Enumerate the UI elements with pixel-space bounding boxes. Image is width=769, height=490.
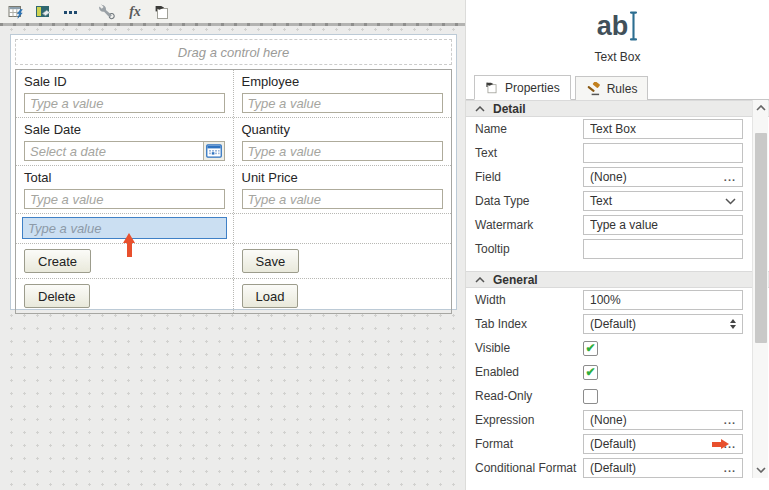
designer-toolbar: fx [0,0,465,23]
textbox-icon-text: ab [597,13,629,40]
cell-sale-date[interactable]: Sale Date [16,118,234,165]
width-label: Width [475,293,583,307]
enabled-checkbox[interactable] [583,365,598,380]
unit-price-input[interactable] [242,189,444,209]
tooltip-input[interactable] [583,239,743,259]
properties-panel: ab Text Box Properties Rules De [465,0,769,490]
field-value: (None) [590,170,627,184]
create-button[interactable]: Create [24,249,91,273]
data-type-label: Data Type [475,194,583,208]
section-header-detail[interactable]: Detail [466,100,769,117]
control-type-label: Text Box [466,50,769,64]
save-button[interactable]: Save [242,249,300,273]
scroll-down-icon[interactable] [753,462,768,478]
visible-label: Visible [475,341,583,355]
control-preview: ab Text Box [466,0,769,64]
tab-properties[interactable]: Properties [474,75,571,100]
prop-row-name: Name [466,117,769,141]
clipboard-flag-icon[interactable] [152,3,172,21]
datasource-icon[interactable] [6,3,26,21]
total-label: Total [24,170,225,185]
prop-row-text: Text [466,141,769,165]
pointer-arrow-right-icon [712,439,729,449]
cell-save: Save [234,244,452,278]
general-section-title: General [493,273,538,287]
format-label: Format [475,437,583,451]
design-canvas[interactable]: Drag a control here Sale ID Employee Sa [0,23,465,490]
ellipsis-button[interactable]: ... [724,415,736,426]
prop-row-data-type: Data Type Text [466,189,769,213]
ellipsis-button[interactable]: ... [724,172,736,183]
form-row-sale-employee: Sale ID Employee [16,70,451,118]
tab-properties-label: Properties [505,81,560,95]
sale-date-input[interactable] [24,141,225,161]
detail-section-title: Detail [493,102,526,116]
conditional-format-value: (Default) [590,461,636,475]
tab-index-stepper[interactable]: (Default) [583,314,743,334]
width-input[interactable] [583,290,743,310]
collapse-chevron-icon [475,106,485,112]
prop-row-enabled: Enabled [466,360,769,384]
prop-row-expression: Expression (None) ... [466,408,769,432]
wrench-refresh-icon[interactable] [98,3,118,21]
inspector-tabs: Properties Rules [466,75,769,100]
panel-scrollbar[interactable] [752,100,768,478]
text-input[interactable] [583,143,743,163]
employee-input[interactable] [242,93,444,113]
prop-row-field: Field (None) ... [466,165,769,189]
field-picker[interactable]: (None) ... [583,167,743,187]
cell-quantity[interactable]: Quantity [234,118,452,165]
expression-value: (None) [590,413,627,427]
scrollbar-thumb[interactable] [755,133,767,343]
quantity-label: Quantity [242,122,444,137]
function-icon[interactable]: fx [125,3,145,21]
chevron-down-icon [725,198,736,205]
prop-row-format: Format (Default) ... [466,432,769,456]
ellipsis-button[interactable]: ... [724,463,736,474]
cell-employee[interactable]: Employee [234,70,452,117]
cell-total[interactable]: Total [16,166,234,213]
cell-sale-id[interactable]: Sale ID [16,70,234,117]
expression-picker[interactable]: (None) ... [583,410,743,430]
cell-delete: Delete [16,279,234,313]
section-header-general[interactable]: General [466,271,769,288]
sale-id-input[interactable] [24,93,225,113]
enabled-label: Enabled [475,365,583,379]
tooltip-label: Tooltip [475,242,583,256]
text-label: Text [475,146,583,160]
total-input[interactable] [24,189,225,209]
data-type-dropdown[interactable]: Text [583,191,743,211]
scroll-up-icon[interactable] [753,100,768,116]
cell-empty[interactable] [234,214,452,243]
sale-id-label: Sale ID [24,74,225,89]
employee-label: Employee [242,74,444,89]
ellipsis-icon[interactable] [60,3,80,21]
watermark-input[interactable] [583,215,743,235]
form-row-create-save: Create Save [16,244,451,279]
quantity-input[interactable] [242,141,444,161]
form-table: Sale ID Employee Sale Date [15,69,452,314]
cell-unit-price[interactable]: Unit Price [234,166,452,213]
prop-row-conditional-format: Conditional Format (Default) ... [466,456,769,480]
read-only-checkbox[interactable] [583,389,598,404]
drop-zone[interactable]: Drag a control here [15,39,452,65]
form-row-selected-textbox [16,214,451,244]
pointer-arrow-up-icon [123,233,136,257]
visible-checkbox[interactable] [583,341,598,356]
name-input[interactable] [583,119,743,139]
rules-tab-icon [586,82,601,96]
expression-label: Expression [475,413,583,427]
delete-button[interactable]: Delete [24,284,90,308]
design-eraser-icon[interactable] [33,3,53,21]
prop-row-watermark: Watermark [466,213,769,237]
tab-rules[interactable]: Rules [575,76,649,100]
form-surface[interactable]: Drag a control here Sale ID Employee Sa [10,34,457,310]
spinner-arrows-icon[interactable] [730,319,736,329]
calendar-icon[interactable] [203,142,224,160]
load-button[interactable]: Load [242,284,299,308]
date-picker [24,141,225,161]
tab-index-label: Tab Index [475,317,583,331]
read-only-label: Read-Only [475,389,583,403]
prop-row-read-only: Read-Only [466,384,769,408]
conditional-format-picker[interactable]: (Default) ... [583,458,743,478]
